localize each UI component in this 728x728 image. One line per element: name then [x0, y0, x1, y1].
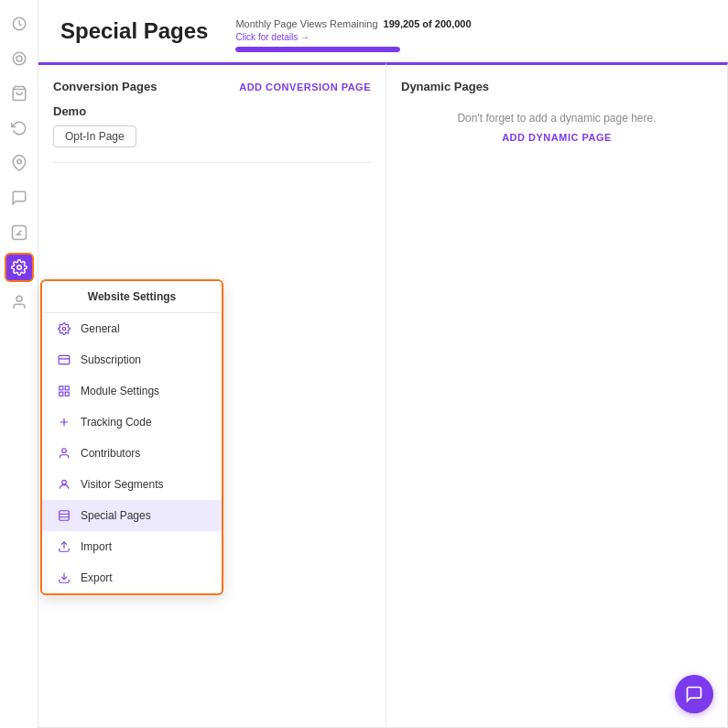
click-for-details-link[interactable]: Click for details → [235, 32, 471, 42]
svg-rect-9 [59, 355, 70, 364]
sidebar-icon-chat[interactable] [5, 183, 34, 212]
settings-menu-tracking[interactable]: Tracking Code [42, 407, 222, 438]
settings-menu-special-pages-label: Special Pages [81, 509, 151, 522]
visitor-icon [57, 477, 71, 492]
svg-point-2 [16, 56, 22, 61]
svg-point-17 [62, 449, 67, 453]
chat-button[interactable] [675, 675, 713, 713]
dynamic-pages-header: Dynamic Pages [401, 80, 712, 93]
settings-menu-subscription[interactable]: Subscription [42, 344, 222, 375]
dynamic-pages-panel: Dynamic Pages Don't forget to add a dyna… [386, 62, 728, 728]
svg-point-6 [16, 266, 21, 270]
svg-rect-13 [60, 392, 63, 396]
settings-menu-general-label: General [81, 322, 120, 335]
general-icon [57, 321, 71, 336]
panel-divider [53, 162, 371, 163]
dynamic-pages-title: Dynamic Pages [401, 80, 489, 93]
module-icon [57, 384, 71, 398]
page-title: Special Pages [60, 18, 208, 44]
settings-popup-header: Website Settings [42, 281, 222, 313]
page-views-label: Monthly Page Views Remaining [235, 18, 377, 29]
page-header: Special Pages Monthly Page Views Remaini… [38, 0, 728, 62]
contributors-icon [57, 446, 71, 461]
demo-section: Demo Opt-In Page [53, 104, 371, 147]
settings-menu-contributors-label: Contributors [81, 447, 140, 460]
svg-point-4 [16, 159, 21, 164]
settings-menu-subscription-label: Subscription [81, 353, 141, 366]
svg-point-7 [16, 296, 22, 301]
settings-menu-import-label: Import [81, 540, 112, 553]
settings-menu-contributors[interactable]: Contributors [42, 438, 222, 469]
sidebar-icon-gear[interactable] [5, 253, 34, 282]
settings-menu-export[interactable]: Export [42, 562, 222, 593]
add-conversion-page-link[interactable]: ADD CONVERSION PAGE [239, 81, 371, 92]
page-views-section: Monthly Page Views Remaining 199,205 of … [235, 18, 471, 52]
import-icon [57, 539, 71, 554]
settings-menu-tracking-label: Tracking Code [81, 416, 152, 429]
dynamic-pages-empty-hint: Don't forget to add a dynamic page here. [401, 112, 712, 125]
tracking-icon [57, 415, 71, 429]
settings-menu-visitor-label: Visitor Segments [81, 478, 164, 491]
settings-menu-modules-label: Module Settings [81, 385, 159, 397]
subscription-icon [57, 353, 71, 367]
svg-rect-19 [60, 511, 70, 521]
export-icon [57, 570, 71, 585]
svg-point-8 [62, 327, 66, 331]
settings-popup: Website Settings General Subscription Mo… [40, 279, 223, 595]
settings-menu-visitor-segments[interactable]: Visitor Segments [42, 469, 222, 500]
settings-menu-special-pages[interactable]: Special Pages [42, 500, 222, 531]
demo-label: Demo [53, 104, 371, 118]
sidebar-icon-tag[interactable] [5, 218, 34, 247]
sidebar [0, 0, 38, 728]
page-views-count: 199,205 of 200,000 [384, 18, 472, 29]
sidebar-icon-refresh[interactable] [5, 114, 34, 143]
svg-rect-14 [65, 392, 69, 396]
settings-menu-export-label: Export [81, 571, 113, 584]
settings-menu-general[interactable]: General [42, 313, 222, 344]
settings-menu-modules[interactable]: Module Settings [42, 375, 222, 407]
sidebar-icon-target[interactable] [5, 44, 34, 73]
special-pages-icon [57, 508, 71, 523]
settings-menu-import[interactable]: Import [42, 531, 222, 562]
sidebar-icon-location[interactable] [5, 148, 34, 178]
progress-bar-fill [235, 47, 399, 52]
sidebar-icon-person[interactable] [5, 288, 34, 317]
conversion-pages-title: Conversion Pages [53, 80, 157, 93]
svg-rect-11 [60, 386, 63, 390]
svg-point-1 [13, 52, 26, 65]
progress-bar-container [235, 47, 400, 52]
sidebar-icon-bag[interactable] [5, 79, 34, 108]
add-dynamic-page-link[interactable]: ADD DYNAMIC PAGE [401, 132, 712, 143]
opt-in-page-tag[interactable]: Opt-In Page [53, 125, 136, 147]
conversion-pages-header: Conversion Pages ADD CONVERSION PAGE [53, 80, 371, 93]
svg-rect-12 [65, 386, 69, 390]
svg-point-18 [62, 480, 67, 484]
sidebar-icon-clock[interactable] [5, 9, 34, 38]
